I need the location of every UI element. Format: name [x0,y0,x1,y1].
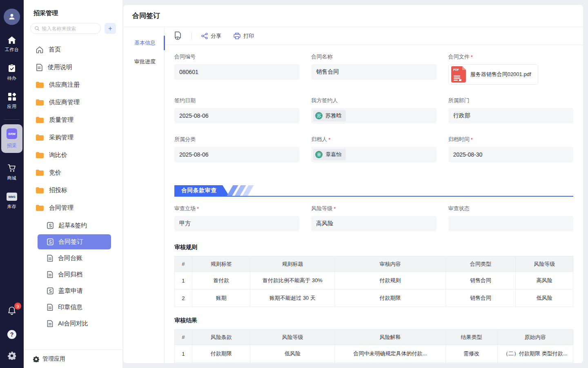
sidebar-item-supplier-register[interactable]: 供应商注册 [24,76,122,94]
sidebar-item-guide[interactable]: 使用说明 [24,58,122,76]
user-avatar[interactable] [4,9,20,25]
sidebar-search-row: + [24,17,122,34]
person-chip: 章 章嘉怡 [313,149,346,160]
settings-button[interactable] [8,352,16,361]
sidebar-subitem-contract-signing[interactable]: 合同签订 [38,234,111,249]
tab-basic-info[interactable]: 基本信息 [123,34,164,52]
archiver-input[interactable]: 章 章嘉怡 [311,147,436,162]
category-input[interactable]: 2025-08-06 [174,147,299,162]
sidebar-item-label: 询比价 [49,151,67,159]
sidebar-item-bidding[interactable]: 竞价 [24,164,122,182]
rail-item-srm-active[interactable]: SRM 招采 [1,124,22,153]
person-name: 苏雅晗 [325,112,341,119]
contract-file-card[interactable]: PDF 服务器销售合同02001.pdf [448,64,538,85]
sidebar-item-label: 招投标 [49,186,67,194]
rail-item-wms[interactable]: WMS 库存 [7,193,17,210]
sidebar-item-home[interactable]: 首页 [24,41,122,58]
sign-date-input[interactable]: 2025-08-06 [174,108,299,123]
sidebar-item-tender[interactable]: 招投标 [24,182,122,199]
add-button[interactable]: + [105,23,116,34]
rail-item-workbench[interactable]: 工作台 [5,36,19,53]
field-archiver: 归档人* 章 章嘉怡 [311,136,436,162]
share-button[interactable]: 分享 [201,32,221,40]
field-contract-file: 合同文件* PDF 服务器销售合同02001.pdf [448,53,573,85]
srm-badge: SRM [7,128,17,139]
page-header: 合同签订 [123,5,583,27]
svg-text:PDF: PDF [453,68,459,71]
results-table: # 风险条款 风险等级 风险解释 结果类型 原始内容 1 付款期 [174,329,573,363]
folder-icon [36,170,44,176]
results-heading: 审核结果 [174,317,573,324]
notifications-button[interactable]: 9 [7,306,16,317]
rail-divider [4,119,20,120]
search-input[interactable] [42,26,97,31]
sidebar-subitem-contract-archive[interactable]: 合同归档 [38,267,111,282]
home-icon [8,36,16,44]
manage-apps-button[interactable]: 管理应用 [24,350,122,368]
contract-icon [47,238,53,245]
required-marker: * [197,206,199,212]
search-box[interactable] [30,23,101,34]
sidebar-item-supplier-manage[interactable]: 供应商管理 [24,94,122,111]
department-input[interactable]: 行政部 [448,108,573,123]
rail-item-todo[interactable]: 待办 [7,64,17,81]
rules-header-row: # 规则标签 规则标题 审核内容 合同类型 风险等级 [175,256,573,272]
sidebar-subitem-draft-sign[interactable]: 起草&签约 [38,218,111,233]
our-signer-input[interactable]: 苏 苏雅晗 [311,108,436,123]
file-name: 服务器销售合同02001.pdf [470,71,531,78]
stamp-icon [47,287,53,294]
rules-row: 2 账期 账期不能超过 30 天 付款期限 销售合同 低风险 [175,289,573,307]
contract-icon [47,222,53,229]
col-index: # [175,256,192,272]
sidebar-item-label: 竞价 [49,169,61,177]
preview-button[interactable] [174,31,182,40]
contract-name-input[interactable]: 销售合同 [311,64,436,80]
sidebar-subitem-label: 合同台账 [58,254,82,262]
sidebar-subitem-contract-ledger[interactable]: 合同台账 [38,251,111,266]
col-risk-level: 风险等级 [250,330,335,345]
sidebar-menu: 首页 使用说明 供应商注册 供应商管理 质量管理 采购管理 询比价 竞价 [24,41,122,350]
field-category: 所属分类 2025-08-06 [174,136,299,162]
document-lines-icon [47,255,53,262]
review-stance-input[interactable]: 甲方 [174,216,299,231]
sidebar-item-inquiry[interactable]: 询比价 [24,146,122,164]
sidebar-item-label: 首页 [49,46,61,54]
sidebar-subitem-ai-contract-compare[interactable]: AI合同对比 [38,316,111,331]
col-contract-type: 合同类型 [445,256,516,272]
tab-approval-progress[interactable]: 审批进度 [123,52,164,71]
risk-level-input[interactable]: 高风险 [311,216,436,231]
rail-item-mall[interactable]: 商城 [7,164,17,181]
review-status-input[interactable] [448,216,573,231]
sidebar-item-procurement[interactable]: 采购管理 [24,129,122,146]
notification-badge: 9 [14,303,21,310]
print-button[interactable]: 打印 [234,32,254,40]
sidebar-item-label: 使用说明 [48,63,72,71]
sidebar-item-label: 供应商注册 [49,81,80,89]
section-banner: 合同条款审查 [174,185,573,197]
sidebar-subitem-label: 印章信息 [58,303,82,311]
rules-table: # 规则标签 规则标题 审核内容 合同类型 风险等级 1 首付款 [174,256,573,307]
pdf-icon: PDF [451,66,466,83]
share-icon [201,33,208,39]
col-result-type: 结果类型 [445,330,497,345]
required-marker: * [334,206,336,212]
help-button[interactable]: ? [7,330,16,339]
print-label: 打印 [243,32,254,40]
archive-time-input[interactable]: 2025-08-30 [448,147,573,162]
file-preview-icon [174,31,182,40]
print-icon [234,33,241,39]
document-icon [36,64,42,71]
question-icon: ? [10,331,14,338]
person-name: 章嘉怡 [325,151,341,158]
sidebar-subitem-seal-info[interactable]: 印章信息 [38,300,111,315]
sidebar-item-contract-manage[interactable]: 合同管理 [24,199,122,217]
contract-no-input[interactable]: 080601 [174,64,299,80]
field-sign-date: 签约日期 2025-08-06 [174,97,299,123]
sidebar-subitem-stamp-request[interactable]: 盖章申请 [38,283,111,298]
sidebar-item-quality[interactable]: 质量管理 [24,111,122,129]
rail-item-apps[interactable]: 应用 [7,93,17,110]
search-icon [35,26,40,31]
person-avatar: 章 [315,151,323,158]
sidebar-item-label: 质量管理 [49,116,74,124]
app-rail: 工作台 待办 应用 SRM 招采 商城 WMS 库存 9 ? [0,0,24,368]
